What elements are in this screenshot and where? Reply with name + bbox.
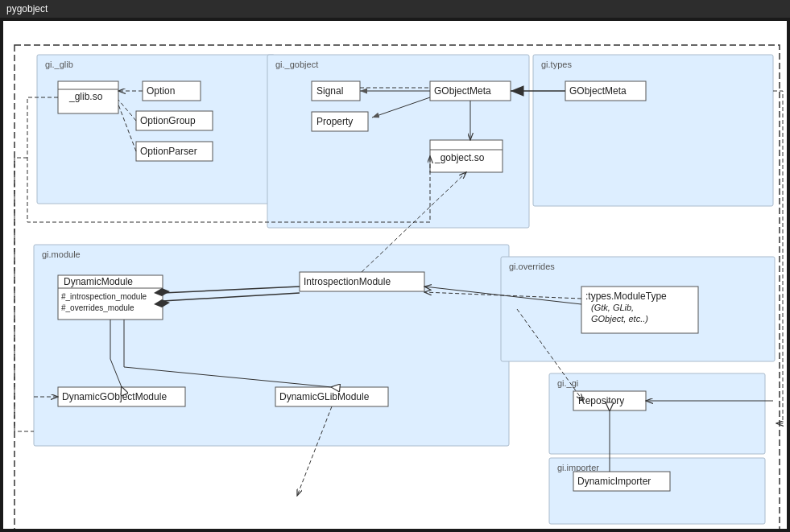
svg-marker-65: [154, 288, 170, 296]
svg-rect-51: [573, 472, 670, 491]
svg-rect-17: [143, 81, 201, 101]
svg-text:DynamicGObjectModule: DynamicGObjectModule: [62, 391, 167, 402]
svg-rect-39: [300, 272, 424, 291]
svg-line-57: [372, 97, 430, 118]
svg-line-54: [118, 100, 136, 121]
svg-text::types.ModuleType: :types.ModuleType: [585, 291, 667, 302]
svg-text:Option: Option: [147, 85, 175, 97]
svg-text:(Gtk, GLib,: (Gtk, GLib,: [591, 303, 634, 312]
svg-rect-29: [430, 140, 503, 172]
svg-rect-4: [501, 257, 775, 361]
svg-rect-1: [267, 55, 529, 228]
arrows-svg: gi._glib gi._gobject gi.types gi.module …: [3, 21, 787, 529]
svg-text:Repository: Repository: [578, 395, 624, 406]
svg-rect-72: [14, 45, 780, 529]
app-title: pygobject: [6, 3, 48, 14]
svg-rect-19: [136, 111, 213, 130]
svg-rect-21: [136, 142, 213, 161]
svg-rect-41: [581, 287, 698, 333]
svg-line-63: [163, 287, 300, 293]
svg-line-61: [362, 172, 466, 272]
svg-text:DynamicModule: DynamicModule: [64, 276, 133, 287]
svg-text:gi._gi: gi._gi: [557, 378, 578, 388]
svg-text:gi.module: gi.module: [42, 250, 81, 259]
svg-text:gi.types: gi.types: [541, 60, 572, 69]
title-bar: pygobject: [0, 0, 790, 18]
svg-rect-47: [275, 387, 388, 406]
svg-rect-14: [58, 81, 118, 113]
svg-text:#_overrides_module: #_overrides_module: [61, 303, 134, 312]
svg-text:gi._glib: gi._glib: [45, 60, 73, 69]
svg-text:_glib.so: _glib.so: [68, 91, 103, 102]
svg-line-73: [297, 406, 332, 496]
svg-text:GObjectMeta: GObjectMeta: [434, 85, 491, 97]
diagram-container: gi._glib gi._gobject gi.types gi.module …: [3, 21, 787, 529]
svg-text:Signal: Signal: [316, 85, 343, 97]
svg-rect-6: [549, 458, 765, 524]
svg-line-67: [424, 292, 581, 299]
svg-text:gi.overrides: gi.overrides: [509, 262, 555, 271]
svg-text:IntrospectionModule: IntrospectionModule: [304, 276, 391, 287]
svg-text:gi.importer: gi.importer: [557, 463, 599, 472]
svg-rect-3: [34, 245, 509, 446]
svg-rect-32: [565, 81, 646, 101]
svg-rect-27: [430, 81, 511, 101]
svg-rect-5: [549, 373, 765, 454]
svg-line-69: [517, 309, 583, 401]
svg-rect-25: [312, 112, 368, 131]
svg-rect-34: [58, 275, 163, 320]
svg-text:OptionGroup: OptionGroup: [140, 115, 196, 126]
svg-text:GObjectMeta: GObjectMeta: [569, 85, 627, 97]
svg-line-55: [118, 105, 136, 151]
svg-line-64: [163, 293, 300, 301]
svg-rect-23: [312, 81, 360, 101]
svg-text:OptionParser: OptionParser: [140, 146, 197, 157]
svg-rect-45: [58, 387, 185, 406]
svg-rect-49: [573, 391, 646, 410]
svg-line-62: [424, 287, 581, 304]
svg-text:DynamicGLibModule: DynamicGLibModule: [279, 391, 370, 402]
svg-text:DynamicImporter: DynamicImporter: [577, 476, 651, 487]
svg-rect-2: [533, 55, 773, 206]
svg-marker-66: [154, 299, 170, 307]
svg-text:_gobject.so: _gobject.so: [434, 152, 485, 163]
svg-text:gi._gobject: gi._gobject: [275, 60, 318, 69]
svg-text:GObject, etc..): GObject, etc..): [591, 314, 648, 324]
svg-rect-0: [37, 55, 275, 204]
svg-text:Property: Property: [316, 116, 353, 127]
svg-text:#_introspection_module: #_introspection_module: [61, 292, 147, 301]
